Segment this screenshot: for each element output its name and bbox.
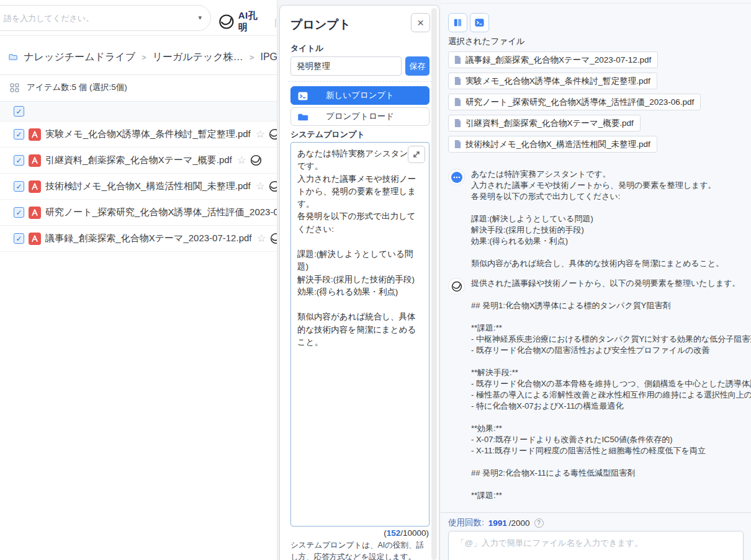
grid-view-icon[interactable] <box>10 83 19 92</box>
file-name: 技術検討メモ_化合物X_構造活性相関_未整理.pdf <box>45 180 251 192</box>
search-input[interactable] <box>4 14 210 23</box>
selected-file-chip[interactable]: 議事録_創薬探索_化合物Xテーマ_2023-07-12.pdf <box>448 51 658 68</box>
file-row[interactable]: ✓ 議事録_創薬探索_化合物Xテーマ_2023-07-12.pdf ☆ <box>0 226 277 252</box>
expand-icon <box>412 150 421 159</box>
file-checkbox[interactable]: ✓ <box>14 233 24 244</box>
file-row[interactable]: ✓ 技術検討メモ_化合物X_構造活性相関_未整理.pdf ☆ <box>0 174 277 200</box>
expand-button[interactable] <box>408 146 425 163</box>
columns-icon <box>452 17 463 28</box>
usage-counter: 使用回数: 1991 /2000 ? <box>448 517 544 528</box>
prompt-dialog-title: プロンプト <box>290 17 351 33</box>
ai-komei-logo-icon <box>218 14 235 30</box>
new-prompt-button[interactable]: 新しいプロンプト <box>290 86 429 105</box>
close-button[interactable]: × <box>411 13 430 32</box>
selected-file-name: 引継資料_創薬探索_化合物Xテーマ_概要.pdf <box>465 118 634 129</box>
file-name: 実験メモ_化合物X誘導体_条件検討_暫定整理.pdf <box>45 128 251 140</box>
ai-komei-logo-icon[interactable] <box>270 233 277 244</box>
user-message: あなたは特許実務アシスタントです。 入力された議事メモや技術ノートから、発明の要… <box>448 169 751 269</box>
close-icon: × <box>417 16 424 30</box>
ai-komei-logo-icon[interactable] <box>250 154 262 166</box>
system-prompt-textarea[interactable]: あなたは特許実務アシスタントです。 入力された議事メモや技術ノートから、発明の要… <box>290 142 429 527</box>
document-icon <box>454 140 462 149</box>
chat-messages: あなたは特許実務アシスタントです。 入力された議事メモや技術ノートから、発明の要… <box>442 162 751 505</box>
ai-komei-logo-icon[interactable] <box>269 128 277 140</box>
pdf-icon <box>29 180 41 193</box>
item-count-label: アイテム数:5 個 (選択:5個) <box>27 82 127 93</box>
select-all-row: ✓ <box>0 101 277 122</box>
star-icon[interactable]: ☆ <box>256 233 266 244</box>
document-icon <box>454 76 462 86</box>
file-checkbox[interactable]: ✓ <box>14 207 24 218</box>
assistant-message: 提供された議事録や技術ノートから、以下の発明要素を整理いたします。 ## 発明1… <box>448 278 751 501</box>
help-icon[interactable]: ? <box>534 518 544 528</box>
message-input[interactable] <box>448 531 744 560</box>
folder-icon <box>297 112 308 123</box>
selected-file-chip[interactable]: 研究ノート_探索研究_化合物X誘導体_活性評価_2023-06.pdf <box>448 94 701 110</box>
file-list: ✓ ✓ 実験メモ_化合物X誘導体_条件検討_暫定整理.pdf ☆ ✓ 引継資料_… <box>0 101 277 252</box>
chat-panel: 選択されたファイル 議事録_創薬探索_化合物Xテーマ_2023-07-12.pd… <box>441 0 751 560</box>
load-prompt-label: プロンプトロード <box>326 111 394 122</box>
pdf-icon <box>29 233 41 245</box>
breadcrumb: ナレッジチームドライブ > リーガルテック株… > IPG <box>9 47 277 67</box>
prompt-panel-button[interactable] <box>470 13 489 32</box>
file-checkbox[interactable]: ✓ <box>14 181 24 192</box>
load-prompt-button[interactable]: プロンプトロード <box>290 107 429 126</box>
ai-avatar <box>448 278 465 295</box>
prompt-window-icon <box>474 17 485 28</box>
file-row[interactable]: ✓ 実験メモ_化合物X誘導体_条件検討_暫定整理.pdf ☆ <box>0 122 277 148</box>
selected-file-chip[interactable]: 引継資料_創薬探索_化合物Xテーマ_概要.pdf <box>448 115 641 131</box>
chevron-right-icon: > <box>250 53 254 62</box>
file-row[interactable]: ✓ 引継資料_創薬探索_化合物Xテーマ_概要.pdf ☆ <box>0 148 277 174</box>
prompt-dialog: プロンプト × タイトル 保存 新しいプロンプト プロンプトロード システムプロ… <box>279 5 439 560</box>
char-counter: (152/10000) <box>384 528 429 538</box>
system-prompt-helper-text: システムプロンプトは、AIの役割、話し方、応答方式などを設定します。 <box>290 540 431 560</box>
selected-file-chip[interactable]: 実験メモ_化合物X誘導体_条件検討_暫定整理.pdf <box>448 73 657 89</box>
divider <box>441 3 751 4</box>
new-prompt-label: 新しいプロンプト <box>326 90 394 101</box>
app-root: ▾ AI孔明 | ナレッジチームドライブ > リーガルテック株… > IPG <box>0 0 751 560</box>
folder-icon <box>9 51 17 63</box>
pdf-icon <box>29 154 41 167</box>
usage-label: 使用回数: <box>448 517 484 528</box>
selected-file-chip[interactable]: 技術検討メモ_化合物X_構造活性相関_未整理.pdf <box>448 136 657 153</box>
selected-file-name: 研究ノート_探索研究_化合物X誘導体_活性評価_2023-06.pdf <box>465 97 694 108</box>
breadcrumb-item-company[interactable]: リーガルテック株… <box>153 51 243 64</box>
divider <box>0 74 277 75</box>
ai-komei-logo-icon[interactable] <box>269 180 277 192</box>
selected-file-name: 技術検討メモ_化合物X_構造活性相関_未整理.pdf <box>465 139 650 150</box>
divider <box>289 81 431 82</box>
file-checkbox[interactable]: ✓ <box>14 129 24 140</box>
brand-divider: | <box>274 17 277 27</box>
document-icon <box>454 55 462 64</box>
star-icon[interactable]: ☆ <box>256 181 265 192</box>
pdf-icon <box>29 128 41 141</box>
selected-files-label: 選択されたファイル <box>448 36 525 47</box>
select-all-checkbox[interactable]: ✓ <box>14 106 24 117</box>
save-button[interactable]: 保存 <box>405 56 429 76</box>
file-browser-panel: ▾ AI孔明 | ナレッジチームドライブ > リーガルテック株… > IPG <box>0 0 277 560</box>
user-avatar <box>448 169 465 185</box>
title-field-label: タイトル <box>290 43 323 54</box>
brand-name: AI孔明 <box>238 10 267 33</box>
item-count-row: アイテム数:5 個 (選択:5個) <box>10 79 127 96</box>
search-box: ▾ <box>0 5 211 31</box>
scrollbar[interactable] <box>431 8 437 560</box>
selected-file-name: 実験メモ_化合物X誘導体_条件検討_暫定整理.pdf <box>465 76 650 87</box>
file-name: 議事録_創薬探索_化合物Xテーマ_2023-07-12.pdf <box>45 233 251 244</box>
file-name: 引継資料_創薬探索_化合物Xテーマ_概要.pdf <box>45 154 232 166</box>
split-view-button[interactable] <box>448 13 467 32</box>
chat-input-section: 使用回数: 1991 /2000 ? <box>441 512 751 560</box>
file-checkbox[interactable]: ✓ <box>14 155 24 166</box>
document-icon <box>454 97 462 107</box>
message-text: 提供された議事録や技術ノートから、以下の発明要素を整理いたします。 ## 発明1… <box>471 278 751 501</box>
breadcrumb-item-drive[interactable]: ナレッジチームドライブ <box>24 51 135 64</box>
star-icon[interactable]: ☆ <box>237 155 246 166</box>
breadcrumb-item-current[interactable]: IPG <box>260 51 277 63</box>
selected-file-name: 議事録_創薬探索_化合物Xテーマ_2023-07-12.pdf <box>465 55 651 66</box>
star-icon[interactable]: ☆ <box>256 129 265 140</box>
file-row[interactable]: ✓ 研究ノート_探索研究_化合物X誘導体_活性評価_2023-06.pdf ☆ <box>0 200 277 226</box>
chevron-down-icon[interactable]: ▾ <box>198 14 202 22</box>
prompt-title-input[interactable] <box>290 56 402 76</box>
document-icon <box>454 118 462 128</box>
pdf-icon <box>29 207 41 219</box>
